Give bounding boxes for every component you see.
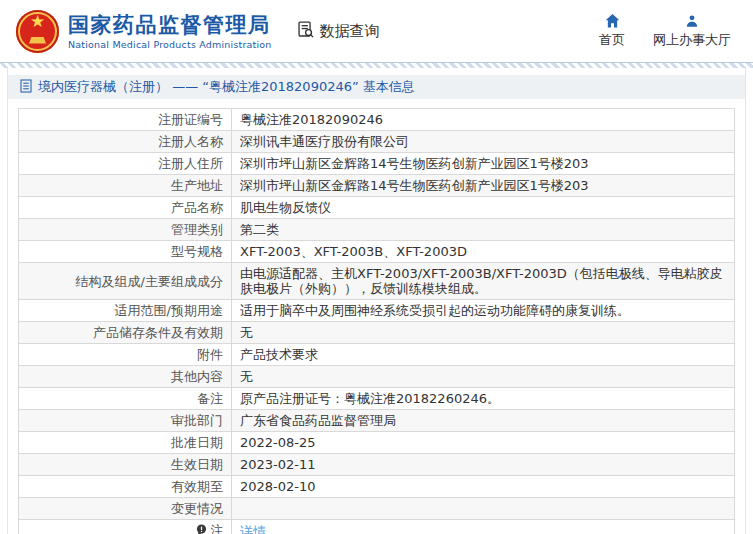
row-value: 适用于脑卒中及周围神经系统受损引起的运动功能障碍的康复训练。 bbox=[232, 300, 735, 322]
content-panel: 境内医疗器械（注册） —— “粤械注准20182090246” 基本信息 注册证… bbox=[7, 68, 746, 534]
table-row: 生产地址深圳市坪山新区金辉路14号生物医药创新产业园区1号楼203 bbox=[19, 175, 735, 197]
row-label: 生产地址 bbox=[19, 175, 232, 197]
nav-item-home[interactable]: 首页 bbox=[599, 13, 625, 49]
org-name-cn: 国家药品监督管理局 bbox=[68, 13, 272, 37]
table-row: 注详情 bbox=[19, 520, 735, 534]
note-balloon-icon bbox=[196, 524, 207, 534]
row-label: 注 bbox=[19, 520, 232, 534]
data-query-icon bbox=[296, 20, 315, 43]
row-label: 管理类别 bbox=[19, 219, 232, 241]
row-value: XFT-2003、XFT-2003B、XFT-2003D bbox=[232, 241, 735, 263]
row-label: 其他内容 bbox=[19, 366, 232, 388]
table-row: 其他内容无 bbox=[19, 366, 735, 388]
row-label: 附件 bbox=[19, 344, 232, 366]
row-label: 产品储存条件及有效期 bbox=[19, 322, 232, 344]
table-row: 备注原产品注册证号：粤械注准20182260246。 bbox=[19, 388, 735, 410]
data-query-label: 数据查询 bbox=[320, 22, 380, 41]
row-value: 由电源适配器、主机XFT-2003/XFT-2003B/XFT-2003D（包括… bbox=[232, 263, 735, 300]
row-value: 2023-02-11 bbox=[232, 454, 735, 476]
row-value: 原产品注册证号：粤械注准20182260246。 bbox=[232, 388, 735, 410]
table-row: 管理类别第二类 bbox=[19, 219, 735, 241]
nav-home-label: 首页 bbox=[599, 31, 625, 49]
row-label: 注册人名称 bbox=[19, 131, 232, 153]
table-row: 产品储存条件及有效期无 bbox=[19, 322, 735, 344]
row-label: 型号规格 bbox=[19, 241, 232, 263]
row-label: 变更情况 bbox=[19, 498, 232, 520]
user-icon bbox=[685, 13, 699, 28]
row-label: 产品名称 bbox=[19, 197, 232, 219]
page-title-bar: 境内医疗器械（注册） —— “粤械注准20182090246” 基本信息 bbox=[8, 75, 745, 99]
info-table-wrap: 注册证编号粤械注准20182090246注册人名称深圳讯丰通医疗股份有限公司注册… bbox=[18, 108, 735, 534]
table-row: 变更情况 bbox=[19, 498, 735, 520]
nav-service-hall-label: 网上办事大厅 bbox=[653, 31, 731, 49]
row-label: 结构及组成/主要组成成分 bbox=[19, 263, 232, 300]
row-value bbox=[232, 498, 735, 520]
row-value: 无 bbox=[232, 366, 735, 388]
org-name-en: National Medical Products Administration bbox=[68, 39, 272, 50]
table-row: 有效期至2028-02-10 bbox=[19, 476, 735, 498]
table-row: 适用范围/预期用途适用于脑卒中及周围神经系统受损引起的运动功能障碍的康复训练。 bbox=[19, 300, 735, 322]
home-icon bbox=[605, 13, 620, 28]
row-label: 注册人住所 bbox=[19, 153, 232, 175]
row-value: 广东省食品药品监督管理局 bbox=[232, 410, 735, 432]
row-value: 2022-08-25 bbox=[232, 432, 735, 454]
row-value: 肌电生物反馈仪 bbox=[232, 197, 735, 219]
header-nav: 首页 网上办事大厅 bbox=[599, 13, 737, 49]
table-row: 型号规格XFT-2003、XFT-2003B、XFT-2003D bbox=[19, 241, 735, 263]
row-label: 生效日期 bbox=[19, 454, 232, 476]
row-label: 备注 bbox=[19, 388, 232, 410]
row-label: 批准日期 bbox=[19, 432, 232, 454]
row-value: 2028-02-10 bbox=[232, 476, 735, 498]
national-emblem-logo: ★ bbox=[16, 10, 59, 53]
table-row: 产品名称肌电生物反馈仪 bbox=[19, 197, 735, 219]
page-title: 境内医疗器械（注册） —— “粤械注准20182090246” 基本信息 bbox=[38, 78, 415, 96]
table-row: 注册人住所深圳市坪山新区金辉路14号生物医药创新产业园区1号楼203 bbox=[19, 153, 735, 175]
row-value: 产品技术要求 bbox=[232, 344, 735, 366]
row-label: 审批部门 bbox=[19, 410, 232, 432]
document-icon bbox=[20, 79, 32, 96]
row-value: 深圳市坪山新区金辉路14号生物医药创新产业园区1号楼203 bbox=[232, 175, 735, 197]
row-value: 详情 bbox=[232, 520, 735, 534]
row-value: 粤械注准20182090246 bbox=[232, 109, 735, 131]
table-row: 结构及组成/主要组成成分由电源适配器、主机XFT-2003/XFT-2003B/… bbox=[19, 263, 735, 300]
brand: ★ 国家药品监督管理局 National Medical Products Ad… bbox=[16, 10, 272, 53]
nav-item-service-hall[interactable]: 网上办事大厅 bbox=[653, 13, 731, 49]
data-query-button[interactable]: 数据查询 bbox=[296, 20, 380, 43]
row-label: 适用范围/预期用途 bbox=[19, 300, 232, 322]
detail-link[interactable]: 详情 bbox=[240, 524, 266, 534]
row-value: 无 bbox=[232, 322, 735, 344]
row-label: 有效期至 bbox=[19, 476, 232, 498]
table-row: 注册证编号粤械注准20182090246 bbox=[19, 109, 735, 131]
table-row: 生效日期2023-02-11 bbox=[19, 454, 735, 476]
brand-text: 国家药品监督管理局 National Medical Products Admi… bbox=[68, 13, 272, 50]
emblem-star-icon: ★ bbox=[16, 13, 59, 30]
table-row: 批准日期2022-08-25 bbox=[19, 432, 735, 454]
row-value: 深圳市坪山新区金辉路14号生物医药创新产业园区1号楼203 bbox=[232, 153, 735, 175]
site-header: ★ 国家药品监督管理局 National Medical Products Ad… bbox=[0, 0, 753, 62]
page: ★ 国家药品监督管理局 National Medical Products Ad… bbox=[0, 0, 753, 534]
table-row: 附件产品技术要求 bbox=[19, 344, 735, 366]
info-table-body: 注册证编号粤械注准20182090246注册人名称深圳讯丰通医疗股份有限公司注册… bbox=[19, 109, 735, 534]
row-value: 第二类 bbox=[232, 219, 735, 241]
row-value: 深圳讯丰通医疗股份有限公司 bbox=[232, 131, 735, 153]
info-table: 注册证编号粤械注准20182090246注册人名称深圳讯丰通医疗股份有限公司注册… bbox=[18, 108, 735, 534]
table-row: 注册人名称深圳讯丰通医疗股份有限公司 bbox=[19, 131, 735, 153]
table-row: 审批部门广东省食品药品监督管理局 bbox=[19, 410, 735, 432]
row-label: 注册证编号 bbox=[19, 109, 232, 131]
